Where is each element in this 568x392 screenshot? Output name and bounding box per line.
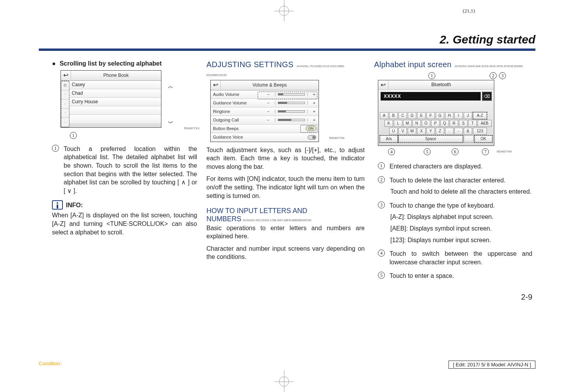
- alphabet-sidebar[interactable]: © · · · ·: [61, 81, 69, 127]
- key[interactable]: A: [380, 112, 388, 119]
- item-text: Touch to switch between the uppercase an…: [390, 250, 532, 266]
- column-2: ADJUSTING SETTINGS AIVINJN1-7511E0B2-911…: [206, 59, 365, 302]
- subsection-heading: HOW TO INPUT LETTERS AND NUMBERSAIVINJN1…: [206, 207, 365, 223]
- key[interactable]: F: [426, 112, 435, 119]
- paragraph: Character and number input screens vary …: [206, 245, 365, 261]
- toggle-icon[interactable]: [308, 135, 316, 140]
- numbered-item-1: 1 Touch a preferred location within the …: [52, 145, 197, 195]
- scroll-down-icon[interactable]: ︾: [168, 120, 173, 127]
- key[interactable]: P: [431, 120, 440, 127]
- numbered-item-1: 1 Entered characters are displayed.: [378, 162, 532, 171]
- sidebar-letter[interactable]: ·: [61, 118, 69, 127]
- key[interactable]: M: [403, 120, 412, 127]
- list-item[interactable]: Curry House: [69, 98, 161, 106]
- sidebar-letter[interactable]: ·: [61, 99, 69, 108]
- key[interactable]: Y: [426, 128, 435, 135]
- item-3-line2: [AEB]: Displays symbol input screen.: [390, 224, 532, 233]
- list-item[interactable]: Chad: [69, 89, 161, 98]
- sidebar-letter[interactable]: ©: [61, 81, 69, 90]
- figure-code: 5GH0773X: [329, 136, 345, 140]
- setting-label: Audio Volume: [213, 92, 254, 97]
- key-ok[interactable]: OK: [474, 135, 492, 142]
- phonebook-figure: ↩ Phone Book © · · · · Casey: [61, 70, 181, 139]
- key-case[interactable]: A/a: [380, 135, 398, 142]
- page-footer: Condition: [ Edit: 2017/ 5/ 8 Model: AIV…: [39, 361, 535, 369]
- callout-5: 5: [424, 148, 431, 155]
- heading-line1: HOW TO INPUT LETTERS AND: [206, 207, 307, 215]
- key-blank[interactable]: [464, 135, 474, 142]
- setting-row[interactable]: Guidance Voice: [211, 133, 319, 142]
- setting-label: Ringtone: [213, 109, 254, 114]
- key[interactable]: D: [408, 112, 416, 119]
- heading-guid: AIVINJN1-95CCE032-178B-4697-8BFB-8BB9856…: [243, 219, 312, 222]
- key[interactable]: S: [459, 120, 468, 127]
- key[interactable]: T: [468, 120, 477, 127]
- footer-condition: Condition:: [39, 361, 62, 369]
- key[interactable]: K: [384, 120, 393, 127]
- item-text: Touch to delete the last character enter…: [390, 176, 532, 185]
- setting-row[interactable]: Outgoing Call −〈〉+: [211, 116, 319, 125]
- list-item[interactable]: [69, 115, 161, 123]
- alphabet-screen-title: Bluetooth: [388, 82, 494, 88]
- key[interactable]: E: [417, 112, 426, 119]
- key[interactable]: &: [464, 128, 472, 135]
- callout-7: 7: [482, 148, 489, 155]
- key[interactable]: H: [445, 112, 454, 119]
- key[interactable]: O: [422, 120, 430, 127]
- sidebar-letter[interactable]: ·: [61, 109, 69, 118]
- key[interactable]: V: [398, 128, 407, 135]
- key[interactable]: C: [398, 112, 407, 119]
- delete-key[interactable]: ⌫: [482, 92, 492, 101]
- setting-label: Outgoing Call: [213, 117, 254, 123]
- key-mode[interactable]: 123: [473, 128, 487, 135]
- bullet-heading: ● Scrolling list by selecting alphabet: [52, 59, 197, 68]
- callout-3: 3: [499, 72, 506, 79]
- back-icon[interactable]: ↩: [378, 81, 388, 89]
- paragraph: Basic operations to enter letters and nu…: [206, 224, 365, 241]
- back-icon[interactable]: ↩: [61, 71, 71, 80]
- numbered-item-5: 5 Touch to enter a space.: [378, 272, 532, 280]
- key-mode[interactable]: A-Z: [473, 112, 487, 119]
- registration-mark-top: [278, 0, 290, 21]
- key[interactable]: Q: [440, 120, 449, 127]
- item-marker: 1: [378, 162, 385, 169]
- key[interactable]: B: [389, 112, 398, 119]
- heading-text: Alphabet input screen: [374, 60, 452, 69]
- key[interactable]: N: [412, 120, 421, 127]
- scroll-up-icon[interactable]: ︽: [168, 82, 173, 90]
- bullet-marker: ●: [52, 61, 56, 69]
- key[interactable]: W: [408, 128, 416, 135]
- paragraph: Touch adjustment keys, such as [-]/[+], …: [206, 146, 365, 171]
- heading-guid: AIVINJN1-9244CA6E-8CE8-4E92-9F93-3F3D3E3…: [455, 65, 523, 68]
- figure-code: 5GH0771X: [184, 127, 199, 131]
- callout-4: 4: [388, 148, 395, 155]
- key-mode[interactable]: AEB: [478, 120, 492, 127]
- dashed-callout-slider: [258, 92, 317, 99]
- phonebook-screen: ↩ Phone Book © · · · · Casey: [61, 70, 161, 128]
- item-marker: 3: [378, 201, 385, 208]
- key[interactable]: G: [436, 112, 444, 119]
- info-icon: [52, 200, 63, 210]
- list-item[interactable]: Casey: [69, 81, 161, 89]
- sidebar-letter[interactable]: ·: [61, 90, 69, 99]
- setting-row[interactable]: Ringtone −〈〉+: [211, 108, 319, 116]
- key[interactable]: U: [389, 128, 398, 135]
- key[interactable]: R: [450, 120, 458, 127]
- key[interactable]: .: [445, 128, 454, 135]
- key[interactable]: Z: [436, 128, 444, 135]
- setting-row[interactable]: Guidance Volume −〈〉+: [211, 99, 319, 108]
- back-icon[interactable]: ↩: [211, 81, 221, 89]
- dashed-callout-on: [300, 125, 317, 133]
- key-space[interactable]: Space: [398, 135, 463, 142]
- key[interactable]: J: [464, 112, 472, 119]
- volume-title: Volume & Beeps: [221, 82, 319, 88]
- key[interactable]: -: [454, 128, 463, 135]
- key[interactable]: L: [394, 120, 402, 127]
- page-coordinate: (21,1): [463, 8, 475, 14]
- info-label: INFO:: [66, 201, 83, 210]
- list-item[interactable]: [69, 106, 161, 115]
- key[interactable]: X: [417, 128, 426, 135]
- key[interactable]: I: [454, 112, 463, 119]
- numbered-item-3: 3 Touch to change the type of keyboard.: [378, 201, 532, 210]
- item-marker: 5: [378, 272, 385, 279]
